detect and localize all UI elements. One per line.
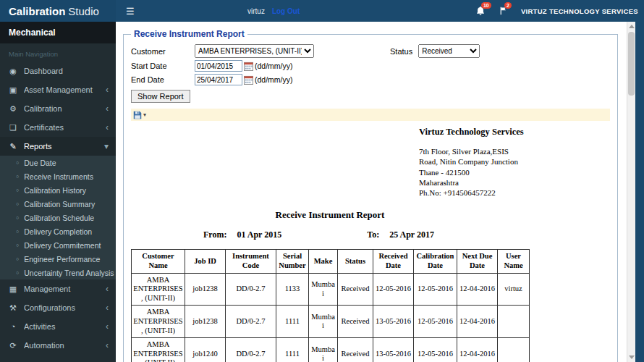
- flag-badge: 2: [504, 2, 512, 9]
- flag-icon-button[interactable]: 2: [498, 5, 509, 17]
- report-table: Customer NameJob IDInstrument CodeSerial…: [131, 249, 530, 362]
- sidebar-subitem-delivery-completion[interactable]: ○Delivery Completion: [0, 224, 116, 238]
- company-name-header: VIRTUZ TECHNOLOGY SERVICES: [521, 7, 638, 15]
- table-cell: 13-05-2016: [373, 306, 414, 338]
- table-row: AMBA ENTERPRISES, (UNIT-II)job1240DD/0-2…: [132, 338, 530, 362]
- table-cell: Received: [338, 338, 373, 362]
- sidebar-item-certificates[interactable]: ❏ Certificates ‹: [0, 118, 116, 137]
- export-dropdown-caret[interactable]: ▾: [143, 111, 146, 118]
- status-select[interactable]: Received: [418, 44, 480, 58]
- hamburger-menu-icon[interactable]: ☰: [116, 6, 145, 17]
- activity-icon: ◔: [7, 322, 19, 331]
- table-cell: 12-04-2016: [457, 273, 498, 306]
- column-header: Job ID: [185, 250, 226, 273]
- sidebar-subitem-due-date[interactable]: ○Due Date: [0, 156, 116, 169]
- sidebar-subitem-label: Delivery Completion: [24, 227, 92, 236]
- sidebar-item-reports[interactable]: ✎ Reports ▾: [0, 137, 116, 156]
- calendar-icon[interactable]: [244, 75, 253, 85]
- start-date-row: Start Date (dd/mm/yy): [131, 60, 610, 72]
- username-label: virtuz: [247, 7, 265, 15]
- certificate-icon: ❏: [7, 123, 19, 132]
- sidebar-item-automation[interactable]: ⟳ Automation ‹: [0, 336, 116, 355]
- sidebar-subitem-label: Due Date: [24, 159, 56, 167]
- address-line: Road, Nitin Company Junction: [419, 156, 585, 167]
- notification-bell-icon[interactable]: 10: [475, 5, 486, 17]
- circle-icon: ○: [16, 201, 19, 206]
- table-row: AMBA ENTERPRISES, (UNIT-II)job1238DD/0-2…: [132, 306, 530, 338]
- report-title: Receive Instrument Report: [131, 209, 529, 221]
- column-header: Instrument Code: [226, 250, 276, 273]
- sidebar-item-label: Dashboard: [24, 67, 109, 75]
- table-cell: 12-05-2016: [373, 273, 414, 306]
- table-cell: Mumbai: [309, 273, 338, 306]
- sidebar-item-asset-management[interactable]: ▣ Asset Management ‹: [0, 80, 116, 99]
- column-header: Calibration Date: [414, 250, 457, 273]
- sidebar-subitem-label: Calibration History: [24, 186, 86, 195]
- sidebar-item-calibration[interactable]: ⚙ Calibration ‹: [0, 99, 116, 118]
- sidebar-subitem-label: Engineer Performance: [24, 255, 100, 264]
- logout-link[interactable]: Log Out: [272, 7, 300, 15]
- customer-label: Customer: [131, 47, 195, 56]
- table-cell: DD/0-2.7: [226, 338, 276, 362]
- sidebar-subitem-receive-instruments[interactable]: ○Receive Instruments: [0, 169, 116, 183]
- start-date-input[interactable]: [195, 60, 242, 72]
- sidebar-subitem-label: Delivery Commitement: [24, 241, 101, 250]
- end-date-label: End Date: [131, 75, 195, 84]
- company-address-block: Virtuz Technology Services 7th Floor, Si…: [419, 127, 585, 198]
- sidebar-subitem-calibration-summary[interactable]: ○Calibration Summary: [0, 197, 116, 211]
- reports-submenu: ○Due Date○Receive Instruments○Calibratio…: [0, 156, 116, 279]
- table-cell: job1238: [185, 273, 226, 306]
- table-cell: 12-05-2016: [414, 273, 457, 306]
- sidebar-item-configurations[interactable]: ⚒ Configurations ‹: [0, 298, 116, 317]
- end-date-input[interactable]: [195, 74, 242, 85]
- show-report-button[interactable]: Show Report: [131, 90, 190, 103]
- column-header: User Name: [498, 250, 530, 273]
- table-cell: 12-04-2016: [457, 306, 498, 338]
- pencil-icon: ✎: [7, 142, 19, 151]
- sidebar-item-label: Configurations: [24, 303, 106, 312]
- sidebar-subitem-engineer-performance[interactable]: ○Engineer Performance: [0, 252, 116, 266]
- scroll-up-arrow[interactable]: [629, 25, 635, 28]
- brand-light: Studio: [68, 5, 99, 17]
- sidebar-subitem-uncertainty-trend-analysis[interactable]: ○Uncertainty Trend Analysis: [0, 266, 116, 279]
- table-cell: 12-05-2016: [414, 338, 457, 362]
- table-header-row: Customer NameJob IDInstrument CodeSerial…: [132, 250, 530, 273]
- table-cell: job1238: [185, 306, 226, 338]
- app-logo[interactable]: Calibration Studio: [0, 0, 116, 22]
- sidebar-item-management[interactable]: ▦ Management ‹: [0, 279, 116, 298]
- gear-icon: ⚙: [7, 104, 19, 114]
- circle-icon: ○: [16, 229, 19, 234]
- sidebar-subitem-delivery-commitement[interactable]: ○Delivery Commitement: [0, 238, 116, 252]
- date-format-hint: (dd/mm/yy): [255, 75, 293, 84]
- right-background-strip: [635, 22, 644, 362]
- scrollbar-thumb[interactable]: [628, 32, 635, 96]
- from-label: From:: [203, 230, 226, 240]
- sidebar-subitem-label: Uncertainty Trend Analysis: [24, 269, 114, 277]
- sidebar-subitem-calibration-history[interactable]: ○Calibration History: [0, 183, 116, 197]
- to-label: To:: [367, 230, 379, 240]
- address-line: Thane - 421500: [419, 167, 585, 177]
- brand-bold: Calibration: [9, 5, 65, 17]
- vertical-scrollbar[interactable]: [627, 22, 635, 362]
- export-save-icon[interactable]: [133, 111, 142, 119]
- sidebar-item-label: Certificates: [24, 123, 106, 132]
- sidebar-item-label: Activities: [24, 322, 106, 331]
- status-label: Status: [390, 47, 412, 56]
- scroll-down-arrow[interactable]: [629, 355, 635, 359]
- circle-icon: ○: [16, 188, 19, 193]
- table-cell: job1240: [185, 338, 226, 362]
- circle-icon: ○: [16, 160, 19, 165]
- report-date-range: From:01 Apr 2015To:25 Apr 2017: [131, 230, 610, 240]
- sidebar-subitem-calibration-schedule[interactable]: ○Calibration Schedule: [0, 211, 116, 224]
- date-format-hint: (dd/mm/yy): [255, 62, 293, 70]
- sidebar-item-activities[interactable]: ◔ Activities ‹: [0, 317, 116, 336]
- calendar-icon[interactable]: [244, 62, 253, 71]
- sidebar-item-label: Reports: [24, 142, 104, 151]
- customer-select[interactable]: AMBA ENTERPRISES, (UNIT-II): [195, 44, 314, 58]
- automation-icon: ⟳: [7, 341, 19, 350]
- table-cell: DD/0-2.7: [226, 273, 276, 306]
- address-line: 7th Floor, Silver Plaza,ESIS: [419, 146, 585, 156]
- from-value: 01 Apr 2015: [237, 230, 281, 240]
- sidebar-item-dashboard[interactable]: ◉ Dashboard: [0, 62, 116, 80]
- export-toolbar: ▾: [131, 109, 610, 121]
